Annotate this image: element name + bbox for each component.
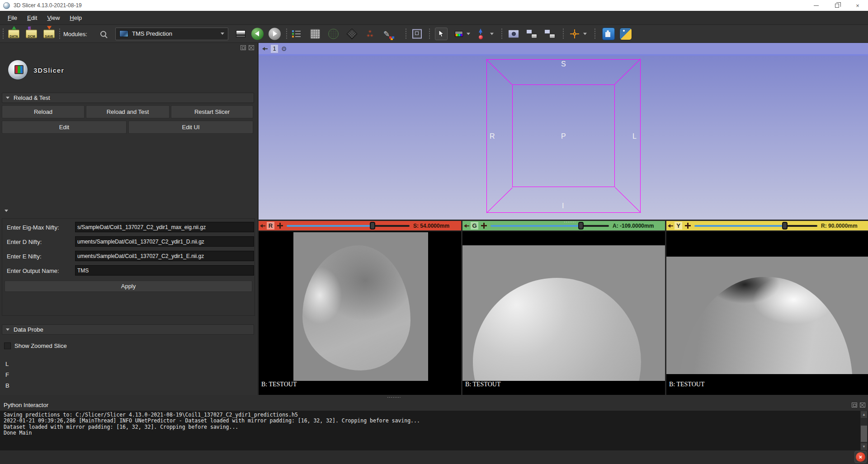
- toolbar: DATA ⇅DCM SAVE Modules: TMS Prediction ✳…: [0, 25, 868, 43]
- annotations-icon[interactable]: ✎: [383, 29, 390, 38]
- python-console-output[interactable]: Saving predictions to: C:/Slicer/Slicer …: [0, 411, 868, 450]
- undock-console-icon[interactable]: [852, 403, 857, 408]
- screenshot-icon[interactable]: [508, 29, 519, 38]
- module-back-button[interactable]: [251, 28, 264, 40]
- toolbar-grip[interactable]: [2, 28, 5, 40]
- red-slice-view[interactable]: B: TESTOUT: [259, 231, 461, 395]
- module-form-group: Enter Eig-Max Nifty: Enter D Nifty: Ente…: [2, 218, 255, 316]
- load-dicom-icon[interactable]: ⇅DCM: [26, 29, 37, 38]
- red-slice-slider[interactable]: [287, 222, 410, 230]
- output-name-input[interactable]: [75, 265, 254, 276]
- restore-button[interactable]: [826, 0, 847, 11]
- pin-icon[interactable]: [260, 224, 265, 227]
- yellow-slice-slider[interactable]: [694, 222, 817, 230]
- slider-handle[interactable]: [782, 222, 788, 230]
- models-module-icon[interactable]: [328, 28, 339, 39]
- module-forward-button[interactable]: [269, 28, 281, 40]
- python-interactor-icon[interactable]: [619, 28, 632, 40]
- menu-file[interactable]: File: [3, 13, 22, 23]
- collapse-triangle-icon: [6, 97, 9, 99]
- pin-icon[interactable]: [464, 224, 469, 227]
- menu-help[interactable]: Help: [65, 13, 87, 23]
- green-slice-view[interactable]: B: TESTOUT: [462, 231, 665, 395]
- data-probe-section-header[interactable]: Data Probe: [2, 324, 254, 335]
- scroll-down-icon[interactable]: ▼: [861, 443, 867, 450]
- yellow-slice-letter[interactable]: Y: [675, 222, 682, 230]
- module-selector[interactable]: TMS Prediction: [115, 28, 228, 40]
- module-history-icon[interactable]: [292, 29, 301, 38]
- layout-selector-icon[interactable]: [236, 30, 245, 37]
- load-data-icon[interactable]: DATA: [8, 29, 19, 38]
- toolbar-grip[interactable]: [286, 28, 288, 40]
- crosshair-dropdown-icon[interactable]: [583, 33, 587, 35]
- console-scrollbar[interactable]: ▲ ▼: [860, 411, 868, 450]
- show-zoomed-slice-checkbox[interactable]: [4, 342, 11, 349]
- view-area: 1 ⚙ S R P L I R: [259, 43, 868, 395]
- gear-icon[interactable]: ⚙: [281, 46, 287, 52]
- yellow-slice-view[interactable]: B: TESTOUT: [666, 231, 868, 395]
- layout-capture-icon[interactable]: [412, 29, 422, 38]
- slider-handle[interactable]: [578, 222, 584, 230]
- minimize-button[interactable]: [806, 0, 826, 11]
- crosshair-icon[interactable]: [570, 29, 580, 39]
- toolbar-grip[interactable]: [405, 28, 407, 40]
- scrollbar-thumb[interactable]: [861, 426, 867, 442]
- e-nifty-input[interactable]: [75, 251, 254, 261]
- slice-link-icon[interactable]: [277, 223, 283, 229]
- eig-max-input[interactable]: [75, 222, 254, 232]
- volume-rendering-icon[interactable]: ✳✳✳: [364, 30, 375, 38]
- edit-button[interactable]: Edit: [2, 121, 127, 134]
- reload-and-test-button[interactable]: Reload and Test: [86, 105, 170, 118]
- green-view-volume-label: B: TESTOUT: [465, 381, 500, 388]
- markup-dropdown-icon[interactable]: [490, 33, 494, 35]
- collapsed-section-icon[interactable]: [5, 210, 8, 212]
- close-button[interactable]: ×: [847, 0, 868, 11]
- scroll-up-icon[interactable]: ▲: [861, 411, 867, 418]
- horizontal-splitter[interactable]: [0, 395, 868, 400]
- toolbar-grip[interactable]: [429, 28, 431, 40]
- reload-button[interactable]: Reload: [2, 105, 85, 118]
- green-slice-letter[interactable]: G: [471, 222, 478, 230]
- window-level-dropdown-icon[interactable]: [467, 33, 470, 35]
- transforms-module-icon[interactable]: [346, 28, 357, 39]
- save-data-icon[interactable]: SAVE: [43, 29, 55, 38]
- pin-icon[interactable]: [668, 224, 673, 227]
- eig-max-label: Enter Eig-Max Nifty:: [7, 224, 59, 231]
- reload-test-section-header[interactable]: Reload & Test: [2, 93, 254, 103]
- brain-slice-blob: [302, 245, 410, 370]
- edit-ui-button[interactable]: Edit UI: [128, 121, 253, 134]
- undock-panel-icon[interactable]: [241, 45, 246, 50]
- module-panel: 3DSlicer Reload & Test Reload Reload and…: [0, 43, 258, 395]
- menu-view[interactable]: View: [42, 13, 65, 23]
- place-markup-icon[interactable]: [477, 28, 484, 39]
- scene-view-restore-icon[interactable]: [544, 29, 555, 38]
- module-search-icon[interactable]: [100, 31, 106, 37]
- green-slice-slider[interactable]: [491, 222, 609, 230]
- slice-link-icon[interactable]: [481, 223, 487, 229]
- slice-link-icon[interactable]: [685, 223, 691, 229]
- close-console-button[interactable]: ×: [854, 451, 867, 463]
- splitter-handle-dots[interactable]: [387, 397, 401, 398]
- slicer-window: 3D Slicer 4.13.0-2021-08-19 × File Edit …: [0, 0, 868, 464]
- menu-edit[interactable]: Edit: [22, 13, 42, 23]
- toolbar-grip[interactable]: [501, 28, 503, 40]
- restart-slicer-button[interactable]: Restart Slicer: [171, 105, 253, 118]
- apply-button[interactable]: Apply: [5, 281, 252, 292]
- toolbar-grip[interactable]: [562, 28, 565, 40]
- orientation-label-left: L: [632, 132, 637, 141]
- red-slice-letter[interactable]: R: [267, 222, 274, 230]
- pin-icon[interactable]: [262, 47, 268, 50]
- view-3d-tab-label: 1: [271, 45, 278, 53]
- extensions-manager-icon[interactable]: [602, 28, 615, 40]
- data-module-icon[interactable]: [310, 29, 320, 39]
- hide-panel-icon[interactable]: [249, 45, 254, 50]
- mouse-interaction-button[interactable]: [435, 28, 448, 40]
- toolbar-grip[interactable]: [59, 28, 61, 40]
- slider-handle[interactable]: [370, 222, 375, 230]
- hide-console-icon[interactable]: [860, 403, 865, 408]
- adjust-window-level-icon[interactable]: [455, 31, 463, 37]
- scene-view-capture-icon[interactable]: [526, 29, 537, 38]
- d-nifty-input[interactable]: [75, 236, 254, 247]
- toolbar-grip[interactable]: [594, 28, 596, 40]
- view-3d[interactable]: 1 ⚙ S R P L I: [259, 43, 868, 220]
